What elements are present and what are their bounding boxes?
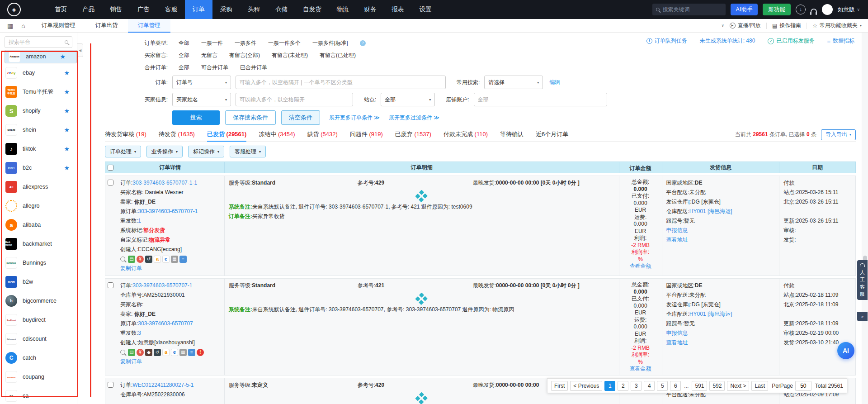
clear-conditions-button[interactable]: 清空条件 — [281, 110, 320, 125]
package-icon[interactable]: ▤ — [128, 256, 135, 263]
sidebar-item-cdiscount[interactable]: Cdiscountcdiscount — [0, 329, 77, 348]
topnav-item[interactable]: 自发货 — [295, 0, 329, 19]
topnav-item[interactable]: 首页 — [47, 0, 75, 19]
row-checkbox[interactable] — [108, 382, 113, 388]
sidebar-item-amazon[interactable]: Amazonamazon★ — [5, 50, 77, 63]
select-all-checkbox[interactable] — [108, 165, 113, 171]
sidebar-item-ca[interactable]: caca — [0, 386, 77, 404]
action-dropdown-button[interactable]: 订单处理▾ — [105, 146, 141, 157]
doc-icon[interactable]: ≡ — [179, 256, 187, 263]
detail-value[interactable]: 303-3974603-6570707-1 — [138, 208, 198, 214]
platform-search-input[interactable] — [9, 39, 62, 45]
human-service-tab[interactable]: 人工客服 — [857, 260, 868, 300]
sidebar-item-ebay[interactable]: ebayebay★ — [0, 63, 77, 82]
detail-value[interactable]: 1 — [138, 218, 141, 224]
topnav-item[interactable]: 设置 — [412, 0, 439, 19]
ai-floating-button[interactable]: AI — [837, 342, 854, 359]
download-icon[interactable]: ↓ — [796, 5, 806, 14]
data-metrics-link[interactable]: ≡数据指标 — [827, 37, 854, 45]
favorite-star-icon[interactable]: ★ — [64, 107, 70, 114]
headset-icon[interactable] — [811, 9, 817, 13]
home-icon[interactable]: ⌂ — [21, 22, 25, 29]
favorite-star-icon[interactable]: ★ — [64, 69, 70, 76]
more-filter-conditions-link[interactable]: 展开更多过滤条件 ≫ — [389, 114, 439, 122]
sidebar-item-alibaba[interactable]: aalibaba — [0, 215, 77, 234]
detail-value[interactable]: 3 — [138, 330, 141, 336]
page-tab[interactable]: 订单出货 — [85, 19, 128, 33]
row-checkbox[interactable] — [108, 180, 113, 185]
detail-value[interactable]: WEC0122411280027-5-1 — [132, 382, 193, 388]
sidebar-collapse-handle[interactable]: ◀ — [77, 43, 83, 57]
status-tab[interactable]: 等待确认 — [500, 128, 524, 142]
sidebar-item-allegro[interactable]: allegro — [0, 196, 77, 215]
return-icon[interactable]: ↺ — [145, 256, 152, 263]
ebay-icon[interactable]: e — [162, 256, 170, 263]
filter-option[interactable]: 有留言(未处理) — [272, 52, 308, 59]
avatar[interactable] — [822, 4, 833, 15]
money-icon[interactable]: ¥ — [137, 256, 144, 263]
sidebar-item-bigcommerce[interactable]: bbigcommerce — [0, 291, 77, 310]
buyer-input[interactable] — [236, 93, 353, 106]
sidebar-item-tiktok[interactable]: ♪tiktok★ — [0, 139, 77, 158]
filter-option[interactable]: 有留言(已处理) — [320, 52, 356, 59]
chevron-down-icon[interactable]: ∨ — [722, 24, 724, 28]
import-export-button[interactable]: 导入导出▾ — [821, 129, 856, 140]
row-checkbox[interactable] — [108, 282, 113, 288]
tag-service-status[interactable]: ✓已启用标发服务 — [768, 37, 814, 45]
status-tab[interactable]: 已废弃 (1537) — [395, 128, 431, 142]
filter-option[interactable]: 全部 — [179, 39, 189, 47]
status-tab[interactable]: 已发货 (29561) — [207, 128, 246, 142]
edit-common-search-link[interactable]: 编辑 — [549, 79, 560, 86]
buyer-field-select[interactable]: 买家姓名▾ — [172, 93, 231, 106]
sidebar-item-b2c[interactable]: B2Cb2c★ — [0, 158, 77, 177]
filter-option[interactable]: 全部 — [179, 64, 189, 71]
shop-account-input[interactable] — [474, 93, 607, 106]
topnav-item[interactable]: 采购 — [212, 0, 240, 19]
vertical-scrollbar[interactable] — [862, 33, 868, 404]
page-number-button[interactable]: 5 — [657, 381, 668, 391]
version-menu[interactable]: 如意版∨ — [838, 6, 860, 14]
detail-value[interactable]: 303-3974603-6570707-1 — [132, 282, 192, 289]
filter-option[interactable]: 已合并订单 — [240, 64, 267, 71]
search-button[interactable]: 搜索 — [172, 110, 220, 125]
sidebar-item-shopify[interactable]: Sshopify★ — [0, 101, 77, 120]
status-tab[interactable]: 待发货 (1635) — [159, 128, 195, 142]
status-tab[interactable]: 冻结中 (3454) — [259, 128, 295, 142]
sidebar-item-temu[interactable]: TEMU半托管Temu半托管★ — [0, 82, 77, 101]
copy-order-link[interactable]: 复制订单 — [120, 264, 220, 273]
shipping-label[interactable]: 申报信息 — [666, 330, 688, 336]
shipping-value[interactable]: HY001 [海邑海运] — [689, 208, 732, 214]
filter-option[interactable]: 有留言(全部) — [229, 52, 260, 59]
amount-line[interactable]: 查看金额 — [623, 366, 658, 373]
status-tab[interactable]: 待发货审核 (19) — [105, 128, 146, 142]
favorite-star-icon[interactable]: ★ — [64, 164, 70, 171]
sidebar-item-b2w[interactable]: B2Wb2w — [0, 272, 77, 291]
topnav-item[interactable]: 订单 — [185, 0, 212, 19]
alert-icon[interactable]: ! — [197, 349, 204, 356]
platform-search[interactable] — [5, 36, 72, 48]
order-no-type-select[interactable]: 订单号▾ — [172, 76, 231, 89]
service-expand-tab[interactable]: » — [857, 312, 868, 321]
help-icon[interactable]: ? — [360, 40, 366, 46]
amazon-icon[interactable]: a — [154, 256, 161, 263]
topnav-item[interactable]: 财务 — [357, 0, 384, 19]
topnav-item[interactable]: 销售 — [102, 0, 130, 19]
grid-icon[interactable]: ▦ — [179, 349, 187, 356]
status-tab[interactable]: 付款未完成 (110) — [443, 128, 488, 142]
topnav-item[interactable]: 客服 — [157, 0, 185, 19]
topnav-item[interactable]: 产品 — [75, 0, 102, 19]
app-logo-icon[interactable]: ◈ — [7, 3, 21, 16]
page-prev-button[interactable]: < Previous — [570, 381, 602, 391]
save-search-button[interactable]: 保存搜索条件 — [225, 110, 276, 125]
return-icon[interactable]: ↺ — [154, 349, 161, 356]
page-number-button[interactable]: 592 — [709, 381, 725, 391]
status-tab[interactable]: 问题件 (919) — [350, 128, 383, 142]
ai-assistant-button[interactable]: AI助手 — [731, 4, 758, 15]
sidebar-item-aliexpress[interactable]: Alialiexpress — [0, 177, 77, 196]
topnav-item[interactable]: 报表 — [384, 0, 412, 19]
filter-option[interactable]: 全部 — [179, 52, 189, 59]
guide-link[interactable]: ▤操作指南 — [772, 22, 801, 29]
site-select[interactable]: 全部▾ — [381, 93, 435, 106]
page-number-button[interactable]: 1 — [604, 381, 615, 391]
page-number-button[interactable]: 6 — [670, 381, 681, 391]
